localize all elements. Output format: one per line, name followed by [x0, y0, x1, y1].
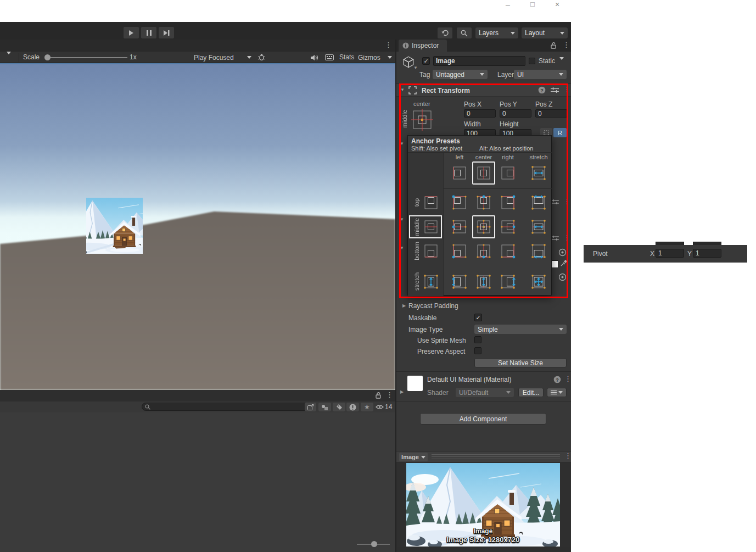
anchor-preset-bottom-stretch[interactable]	[527, 239, 550, 263]
play-button[interactable]	[124, 27, 139, 38]
hidden-foldout[interactable]: ▼	[400, 142, 404, 146]
stats-toggle[interactable]: Stats	[339, 53, 354, 61]
anchor-preset-top-stretch[interactable]	[527, 191, 550, 214]
preview-menu-icon[interactable]: ⋮	[564, 452, 572, 459]
inspector-lock-toggle[interactable]	[550, 42, 557, 49]
inspector-menu-icon[interactable]: ⋮	[563, 41, 570, 48]
close-button[interactable]: ×	[551, 0, 564, 10]
layer-dropdown[interactable]: UI	[514, 70, 567, 79]
preview-mode-dropdown[interactable]: Image	[399, 453, 428, 461]
gizmos-dropdown[interactable]: Gizmos	[358, 53, 392, 62]
anchor-preset-stretch-right[interactable]	[496, 270, 519, 293]
preview-drag-handle[interactable]	[432, 454, 560, 460]
hidden-foldout[interactable]: ▼	[400, 218, 404, 222]
layers-dropdown[interactable]: Layers	[475, 27, 518, 38]
anchor-col-preset-stretch[interactable]	[527, 161, 550, 185]
set-native-size-button[interactable]: Set Native Size	[474, 358, 567, 367]
help-icon[interactable]: ?	[538, 86, 546, 94]
presets-icon[interactable]	[551, 87, 559, 93]
rect-transform-menu-icon[interactable]: ⋮	[563, 86, 570, 93]
pos-y-field[interactable]	[500, 109, 531, 118]
anchor-preset-top-center[interactable]	[472, 191, 495, 214]
raw-edit-mode-button[interactable]: R	[553, 128, 567, 137]
anchor-preset-bottom-center[interactable]	[472, 239, 495, 263]
search-field[interactable]	[142, 403, 315, 411]
pivot-x-field[interactable]	[656, 249, 684, 258]
shader-list-button[interactable]	[547, 388, 567, 397]
search-button[interactable]	[457, 27, 472, 38]
image-type-dropdown[interactable]: Simple	[474, 325, 567, 334]
pos-z-field[interactable]	[535, 109, 567, 118]
scene-visibility-indicator[interactable]: 14	[376, 403, 394, 411]
display-dropdown[interactable]	[7, 54, 18, 61]
anchor-preset-bottom-left[interactable]	[448, 239, 471, 263]
pos-x-field[interactable]	[464, 109, 496, 118]
thumbnail-zoom-slider[interactable]	[357, 540, 390, 548]
gameobject-icon-dropdown[interactable]: ▼	[413, 66, 418, 70]
hidden-foldout[interactable]: ▼	[400, 246, 404, 250]
layout-dropdown[interactable]: Layout	[522, 27, 568, 38]
gameobject-enabled-checkbox[interactable]: ✓	[422, 57, 430, 65]
mute-audio-toggle[interactable]	[309, 53, 320, 62]
anchor-preset-widget[interactable]	[411, 108, 433, 131]
anchor-row-preset-top[interactable]: top	[409, 191, 442, 214]
help-icon[interactable]: ?	[553, 376, 561, 383]
lock-toggle[interactable]	[375, 392, 382, 399]
eyedropper-icon[interactable]	[560, 259, 568, 267]
log-filter-button[interactable]	[346, 403, 359, 411]
object-picker-icon[interactable]	[558, 248, 567, 257]
material-swatch[interactable]	[407, 376, 423, 391]
anchor-preset-middle-left[interactable]	[448, 215, 471, 238]
bottom-panel-menu-icon[interactable]: ⋮	[386, 391, 393, 398]
static-dropdown[interactable]	[559, 60, 564, 68]
add-component-button[interactable]: Add Component	[420, 413, 546, 425]
anchor-preset-stretch-left[interactable]	[448, 270, 471, 293]
tab-inspector[interactable]: Inspector	[399, 40, 447, 52]
popout-filter-button[interactable]	[305, 403, 316, 411]
material-menu-icon[interactable]: ⋮	[564, 375, 572, 382]
version-control-button[interactable]	[438, 27, 452, 38]
search-input[interactable]	[150, 404, 311, 410]
presets-icon[interactable]	[551, 235, 559, 241]
anchor-preset-top-right[interactable]	[496, 191, 519, 214]
play-focused-dropdown[interactable]: Play Focused	[194, 53, 251, 62]
slider-knob[interactable]	[44, 54, 51, 60]
anchor-preset-stretch-center[interactable]	[472, 270, 495, 293]
anchor-preset-middle-stretch[interactable]	[527, 215, 550, 238]
pivot-y-field[interactable]	[693, 249, 721, 258]
anchor-preset-bottom-right[interactable]	[496, 239, 519, 263]
tag-dropdown[interactable]: Untagged	[433, 70, 488, 79]
gameobject-name-field[interactable]	[433, 56, 525, 66]
use-sprite-mesh-checkbox[interactable]	[474, 336, 481, 343]
shader-edit-button[interactable]: Edit...	[518, 388, 544, 397]
input-debug-toggle[interactable]	[323, 53, 335, 62]
anchor-preset-middle-right[interactable]	[496, 215, 519, 238]
anchor-row-preset-stretch[interactable]: stretch	[409, 270, 442, 293]
minimize-button[interactable]: –	[501, 0, 514, 10]
rect-transform-foldout[interactable]: ▼	[400, 88, 405, 92]
raycast-padding-foldout[interactable]: ▶	[402, 304, 406, 308]
preserve-aspect-checkbox[interactable]	[474, 347, 481, 354]
type-filter-button[interactable]	[318, 403, 331, 411]
object-picker-icon[interactable]	[558, 273, 567, 281]
anchor-col-preset-center[interactable]	[472, 161, 495, 185]
anchor-row-preset-bottom[interactable]: bottom	[409, 239, 442, 263]
shader-dropdown[interactable]: UI/Default	[456, 388, 514, 397]
anchor-col-preset-left[interactable]	[448, 161, 471, 185]
static-checkbox[interactable]	[529, 58, 535, 64]
scale-slider[interactable]	[44, 52, 127, 63]
anchor-preset-top-left[interactable]	[448, 191, 471, 214]
component-menu-icon[interactable]: ⋮	[563, 234, 570, 241]
pause-button[interactable]	[141, 27, 156, 38]
game-tab-menu-icon[interactable]: ⋮	[385, 41, 392, 48]
material-foldout[interactable]: ▶	[400, 390, 404, 394]
slider-knob[interactable]	[371, 541, 377, 547]
maximize-button[interactable]: □	[526, 0, 539, 10]
anchor-preset-middle-center[interactable]	[472, 215, 495, 238]
favorites-filter-button[interactable]: ★	[361, 403, 373, 411]
debug-toggle[interactable]	[255, 52, 267, 62]
label-filter-button[interactable]	[333, 403, 345, 411]
step-button[interactable]	[159, 27, 174, 38]
anchor-row-preset-middle[interactable]: middle	[409, 215, 442, 238]
anchor-col-preset-right[interactable]	[496, 161, 519, 185]
